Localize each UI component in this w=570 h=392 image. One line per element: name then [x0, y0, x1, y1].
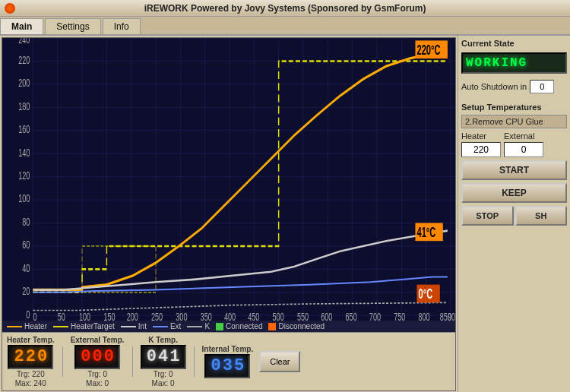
divider-1: [62, 346, 63, 377]
svg-text:650: 650: [346, 311, 357, 321]
setup-temps-label: Setup Temperatures: [461, 103, 567, 112]
svg-text:400: 400: [224, 311, 236, 321]
divider-2: [132, 346, 133, 377]
legend-connected: Connected: [216, 322, 262, 330]
chart-legend: Heater HeaterTarget Int Ext K Connected: [2, 321, 455, 332]
svg-text:220: 220: [18, 53, 30, 66]
k-digit-2: 4: [158, 349, 168, 365]
heater-trg: Trg: 220: [17, 370, 45, 378]
svg-text:750: 750: [394, 311, 405, 321]
svg-text:100: 100: [18, 192, 30, 205]
tab-settings[interactable]: Settings: [45, 18, 100, 34]
external-temp-label: External Temp.: [71, 336, 125, 344]
legend-k-line: [187, 326, 202, 327]
svg-text:900: 900: [448, 311, 455, 321]
legend-connected-label: Connected: [226, 322, 262, 330]
svg-text:200: 200: [127, 311, 138, 321]
svg-text:800: 800: [419, 311, 430, 321]
tab-bar: Main Settings Info: [0, 17, 570, 36]
svg-text:350: 350: [201, 311, 212, 321]
app-title: iREWORK Powered by Jovy Systems (Sponsor…: [144, 3, 426, 14]
svg-text:600: 600: [321, 311, 332, 321]
svg-text:50: 50: [58, 311, 65, 321]
svg-text:0°C: 0°C: [419, 286, 433, 302]
legend-heatertarget-line: [53, 326, 68, 327]
heater-label: Heater: [461, 131, 501, 141]
legend-int-line: [121, 326, 136, 327]
ext-digit-1: 0: [81, 349, 90, 365]
legend-int-label: Int: [138, 322, 147, 330]
heater-input[interactable]: [461, 142, 501, 157]
current-state-label: Current State: [461, 39, 567, 48]
legend-heater-line: [7, 326, 22, 327]
heater-temp-group: Heater Temp. 2 2 0 Trg: 220 Max: 240: [7, 336, 55, 387]
legend-ext-line: [153, 326, 168, 327]
external-temp-col: External: [504, 131, 543, 157]
int-digit-1: 0: [211, 358, 221, 375]
svg-text:140: 140: [18, 146, 30, 159]
svg-text:200: 200: [18, 77, 30, 90]
svg-text:700: 700: [369, 311, 381, 321]
legend-heatertarget-label: HeaterTarget: [71, 322, 115, 330]
ext-digit-2: 0: [92, 349, 102, 365]
auto-shutdown-label: Auto Shutdown in: [461, 82, 527, 91]
tab-info[interactable]: Info: [103, 18, 141, 34]
k-led-display: 0 4 1: [141, 345, 186, 369]
heater-digit-1: 2: [14, 349, 24, 365]
svg-text:41°C: 41°C: [416, 224, 435, 240]
external-temp-group: External Temp. 0 0 0 Trg: 0 Max: 0: [71, 336, 125, 387]
stop-button[interactable]: STOP: [461, 206, 514, 226]
svg-text:250: 250: [151, 311, 163, 321]
external-label: External: [504, 131, 543, 141]
k-trg: Trg: 0: [154, 370, 173, 378]
legend-disconnected: Disconnected: [268, 322, 325, 330]
heater-temp-label: Heater Temp.: [7, 336, 55, 344]
legend-heater-target: HeaterTarget: [53, 322, 115, 330]
sh-button[interactable]: SH: [515, 206, 568, 226]
start-button[interactable]: START: [461, 160, 567, 180]
app-icon: [5, 3, 15, 14]
state-display: WORKING: [461, 52, 567, 74]
legend-disconnected-label: Disconnected: [278, 322, 325, 330]
heater-digit-3: 0: [37, 349, 47, 365]
clear-button[interactable]: Clear: [259, 351, 300, 372]
k-digit-3: 1: [169, 349, 179, 365]
k-digit-1: 0: [147, 349, 157, 365]
svg-text:180: 180: [18, 100, 30, 112]
main-layout: 240 220 200 180 160 140 120 100 80 60 40…: [0, 36, 570, 392]
svg-text:500: 500: [273, 311, 284, 321]
heater-digit-2: 2: [26, 349, 36, 365]
keep-button[interactable]: KEEP: [461, 183, 567, 203]
svg-text:60: 60: [22, 239, 30, 251]
svg-text:80: 80: [22, 216, 30, 229]
legend-heater: Heater: [7, 322, 47, 330]
chart-wrapper: 240 220 200 180 160 140 120 100 80 60 40…: [2, 38, 455, 321]
legend-disconnected-box: [268, 323, 276, 330]
tab-main[interactable]: Main: [0, 18, 43, 34]
internal-temp-group: Internal Temp. 0 3 5: [202, 345, 254, 378]
legend-int: Int: [121, 322, 147, 330]
svg-text:0: 0: [33, 311, 36, 321]
svg-text:550: 550: [297, 311, 309, 321]
profile-name: 2.Remove CPU Glue: [461, 115, 567, 128]
k-temp-label: K Temp.: [148, 336, 178, 344]
svg-text:150: 150: [103, 311, 115, 321]
external-input[interactable]: [504, 142, 543, 157]
right-panel: Current State WORKING Auto Shutdown in S…: [458, 36, 570, 392]
legend-ext: Ext: [153, 322, 181, 330]
heater-led-display: 2 2 0: [8, 345, 53, 369]
svg-text:300: 300: [176, 311, 187, 321]
legend-k: K: [187, 322, 210, 330]
auto-shutdown-row: Auto Shutdown in: [461, 80, 567, 93]
chart-section: 240 220 200 180 160 140 120 100 80 60 40…: [2, 37, 456, 391]
svg-text:100: 100: [79, 311, 90, 321]
svg-text:0: 0: [26, 308, 30, 321]
temp-inputs-row: Heater External: [461, 131, 567, 157]
svg-rect-0: [2, 38, 455, 321]
title-bar: iREWORK Powered by Jovy Systems (Sponsor…: [0, 0, 570, 17]
auto-shutdown-input[interactable]: [530, 80, 554, 93]
state-value: WORKING: [466, 56, 527, 70]
internal-led-display: 0 3 5: [204, 354, 250, 378]
int-digit-2: 3: [223, 358, 233, 375]
svg-text:160: 160: [18, 123, 30, 136]
